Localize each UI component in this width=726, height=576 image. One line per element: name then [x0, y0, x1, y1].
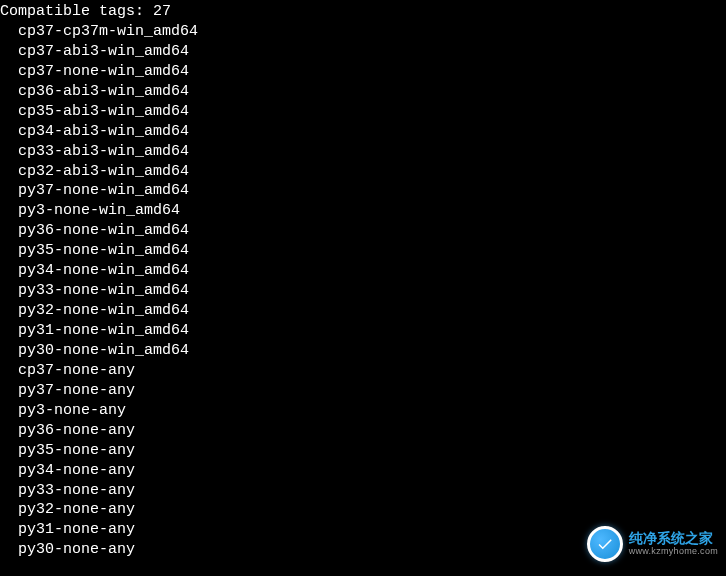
tag-line: py34-none-win_amd64 — [0, 261, 726, 281]
tag-line: py36-none-win_amd64 — [0, 221, 726, 241]
tag-line: cp33-abi3-win_amd64 — [0, 142, 726, 162]
tag-line: cp37-none-any — [0, 361, 726, 381]
tag-line: py37-none-any — [0, 381, 726, 401]
tag-line: cp37-cp37m-win_amd64 — [0, 22, 726, 42]
tag-line: py31-none-win_amd64 — [0, 321, 726, 341]
tag-line: py35-none-any — [0, 441, 726, 461]
watermark-logo-icon — [587, 526, 623, 562]
compatible-tags-header: Compatible tags: 27 — [0, 2, 726, 22]
terminal-output: Compatible tags: 27 cp37-cp37m-win_amd64… — [0, 0, 726, 560]
watermark-text: 纯净系统之家 www.kzmyhome.com — [629, 531, 718, 556]
tag-line: cp37-abi3-win_amd64 — [0, 42, 726, 62]
tag-line: py34-none-any — [0, 461, 726, 481]
tag-line: cp37-none-win_amd64 — [0, 62, 726, 82]
tag-line: cp34-abi3-win_amd64 — [0, 122, 726, 142]
tag-line: py3-none-any — [0, 401, 726, 421]
tag-line: cp35-abi3-win_amd64 — [0, 102, 726, 122]
tag-line: py32-none-win_amd64 — [0, 301, 726, 321]
tag-line: py32-none-any — [0, 500, 726, 520]
watermark-url: www.kzmyhome.com — [629, 547, 718, 557]
watermark-title: 纯净系统之家 — [629, 531, 718, 546]
tag-line: py33-none-win_amd64 — [0, 281, 726, 301]
tag-line: py33-none-any — [0, 481, 726, 501]
tag-line: py30-none-win_amd64 — [0, 341, 726, 361]
tag-line: py3-none-win_amd64 — [0, 201, 726, 221]
tag-line: cp36-abi3-win_amd64 — [0, 82, 726, 102]
tag-line: py36-none-any — [0, 421, 726, 441]
tag-line: cp32-abi3-win_amd64 — [0, 162, 726, 182]
tag-line: py37-none-win_amd64 — [0, 181, 726, 201]
checkmark-icon — [596, 535, 614, 553]
tag-line: py35-none-win_amd64 — [0, 241, 726, 261]
tag-list: cp37-cp37m-win_amd64cp37-abi3-win_amd64c… — [0, 22, 726, 560]
watermark: 纯净系统之家 www.kzmyhome.com — [587, 526, 718, 562]
